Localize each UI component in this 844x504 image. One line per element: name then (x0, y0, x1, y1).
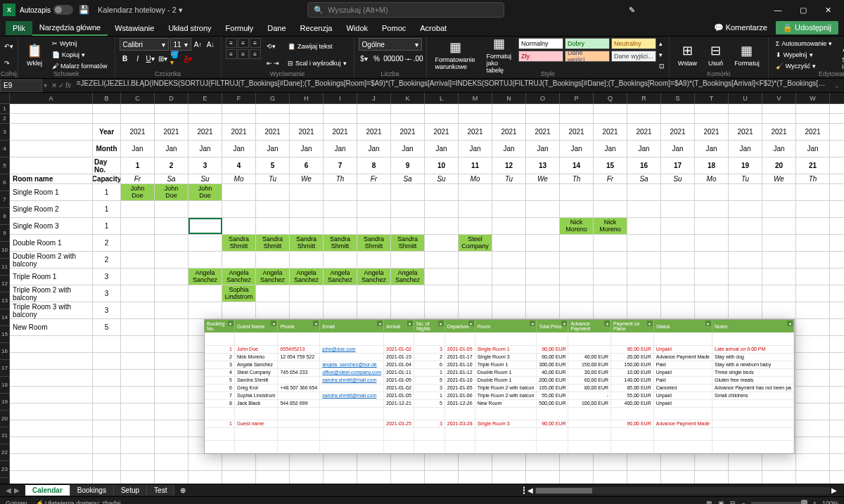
cancel-formula-icon[interactable]: ✕ (51, 82, 57, 89)
col-header-D[interactable]: D (155, 93, 188, 103)
row-header-11[interactable]: 11 (0, 259, 10, 276)
zoom-out-button[interactable]: − (741, 500, 745, 505)
hscroll-divider-icon[interactable]: ┇ (522, 486, 526, 494)
col-header-N[interactable]: N (492, 93, 526, 103)
font-size-dropdown[interactable]: 11▾ (170, 38, 191, 51)
overlay-header[interactable]: Payment on Place▾ (611, 320, 654, 332)
dec-decimal[interactable]: ←.00 (409, 53, 421, 64)
save-icon[interactable]: 💾 (79, 5, 89, 15)
styles-more[interactable]: ▴▾⊡ (659, 38, 665, 72)
horizontal-scrollbar[interactable] (535, 487, 830, 494)
tab-file[interactable]: Plik (6, 21, 32, 35)
style-bad[interactable]: Zły (518, 51, 563, 62)
row-header-7[interactable]: 7 (0, 191, 10, 208)
col-header-P[interactable]: P (560, 93, 594, 103)
tab-data[interactable]: Dane (260, 21, 293, 35)
col-header-H[interactable]: H (290, 93, 324, 103)
tab-help[interactable]: Pomoc (375, 21, 413, 35)
percent-button[interactable]: % (371, 53, 383, 64)
row-header-9[interactable]: 9 (0, 225, 10, 242)
row-header-24[interactable]: 24 (0, 478, 10, 484)
col-header-S[interactable]: S (661, 93, 695, 103)
col-header-M[interactable]: M (459, 93, 492, 103)
overlay-header[interactable]: Arrival▾ (384, 320, 414, 332)
orientation-button[interactable]: ⟲▾ (264, 42, 283, 51)
insert-cells-button[interactable]: ⊞Wstaw (674, 38, 701, 72)
currency-button[interactable]: $▾ (359, 53, 370, 64)
style-input[interactable]: Dane wejści... (565, 51, 610, 62)
tab-acrobat[interactable]: Acrobat (413, 21, 454, 35)
row-header-18[interactable]: 18 (0, 377, 10, 394)
col-header-F[interactable]: F (222, 93, 256, 103)
col-header-U[interactable]: U (729, 93, 762, 103)
tab-home[interactable]: Narzędzia główne (32, 20, 108, 36)
format-cells-button[interactable]: ▦Formatuj (730, 38, 764, 72)
indent-dec[interactable]: ⇤ ⇥ (264, 59, 283, 67)
row-header-16[interactable]: 16 (0, 343, 10, 360)
overlay-header[interactable]: Status▾ (653, 320, 712, 332)
cut-button[interactable]: ✂ Wytnij (49, 39, 110, 48)
col-header-G[interactable]: G (256, 93, 290, 103)
autosave-toggle[interactable]: Autozapis (20, 5, 73, 15)
bold-button[interactable]: B (120, 53, 131, 64)
overlay-header[interactable]: Departure▾ (445, 320, 475, 332)
style-good[interactable]: Dobry (565, 38, 610, 49)
row-header-8[interactable]: 8 (0, 208, 10, 225)
style-neutral[interactable]: Neutralny (611, 38, 656, 49)
col-header-J[interactable]: J (357, 93, 391, 103)
row-header-22[interactable]: 22 (0, 444, 10, 461)
autosum-button[interactable]: Σ Autosumowanie ▾ (773, 39, 836, 48)
overlay-header[interactable]: Phone▾ (278, 320, 320, 332)
col-header-E[interactable]: E (188, 93, 222, 103)
status-accessibility[interactable]: ⚡ Ułatwienia dostępu: zbadaj (36, 500, 121, 505)
align-center[interactable]: ≡ (238, 49, 249, 59)
row-header-10[interactable]: 10 (0, 242, 10, 259)
row-header-13[interactable]: 13 (0, 292, 10, 309)
row-header-12[interactable]: 12 (0, 276, 10, 292)
fill-color-button[interactable]: 🪣▾ (170, 53, 181, 64)
tab-formulas[interactable]: Formuły (219, 21, 261, 35)
redo-button[interactable]: ↷ (4, 60, 13, 67)
copy-button[interactable]: 📄 Kopiuj ▾ (49, 51, 110, 59)
view-normal-icon[interactable]: ▦ (706, 500, 712, 505)
font-name-dropdown[interactable]: Calibri▾ (120, 38, 169, 51)
tab-view[interactable]: Widok (339, 21, 375, 35)
select-all-corner[interactable] (0, 93, 10, 103)
cell-styles-gallery[interactable]: Normalny Dobry Neutralny Zły Dane wejści… (518, 38, 656, 62)
underline-button[interactable]: U▾ (145, 53, 156, 64)
overlay-header[interactable]: Room▾ (475, 320, 537, 332)
fx-icon[interactable]: fx (65, 82, 71, 89)
close-button[interactable]: ✕ (816, 0, 841, 20)
tab-layout[interactable]: Układ strony (161, 21, 218, 35)
row-header-6[interactable]: 6 (0, 174, 10, 191)
hscroll-left[interactable]: ◀ (528, 486, 533, 494)
row-header-23[interactable]: 23 (0, 461, 10, 478)
align-bottom[interactable]: ≡ (250, 38, 261, 48)
formula-input[interactable]: =JEŻELI(JEŻELI.BŁĄD(INDEKS(SORTUJ(FILTRU… (74, 79, 830, 92)
share-button[interactable]: 🔒 Udostępnij (776, 21, 838, 34)
row-header-1[interactable]: 1 (0, 104, 10, 114)
add-sheet-button[interactable]: ⊕ (174, 485, 191, 496)
col-header-B[interactable]: B (93, 93, 121, 103)
delete-cells-button[interactable]: ⊟Usuń (704, 38, 727, 72)
col-header-I[interactable]: I (324, 93, 357, 103)
minimize-button[interactable]: ― (765, 0, 791, 20)
view-page-break-icon[interactable]: ⊟ (730, 500, 736, 505)
overlay-header[interactable]: No. of Nights▾ (414, 320, 445, 332)
sheet-tab-calendar[interactable]: Calendar (25, 485, 70, 496)
sheet-nav-prev[interactable]: ◀ (6, 486, 11, 494)
row-header-2[interactable]: 2 (0, 114, 10, 124)
tab-insert[interactable]: Wstawianie (108, 21, 161, 35)
hscroll-right[interactable]: ▶ (831, 486, 837, 494)
name-box[interactable]: E9 (0, 79, 42, 92)
wrap-text-button[interactable]: 📋 Zawijaj tekst (285, 42, 350, 51)
undo-button[interactable]: ↶▾ (4, 43, 13, 50)
row-header-5[interactable]: 5 (0, 157, 10, 174)
row-header-19[interactable]: 19 (0, 394, 10, 411)
col-header-Q[interactable]: Q (594, 93, 627, 103)
col-header-R[interactable]: R (627, 93, 661, 103)
conditional-format-button[interactable]: ▦Formatowanie warunkowe (431, 38, 480, 72)
overlay-header[interactable]: Total Price▾ (537, 320, 568, 332)
number-format-dropdown[interactable]: Ogólne▾ (359, 38, 422, 51)
sheet-tab-setup[interactable]: Setup (114, 485, 147, 496)
